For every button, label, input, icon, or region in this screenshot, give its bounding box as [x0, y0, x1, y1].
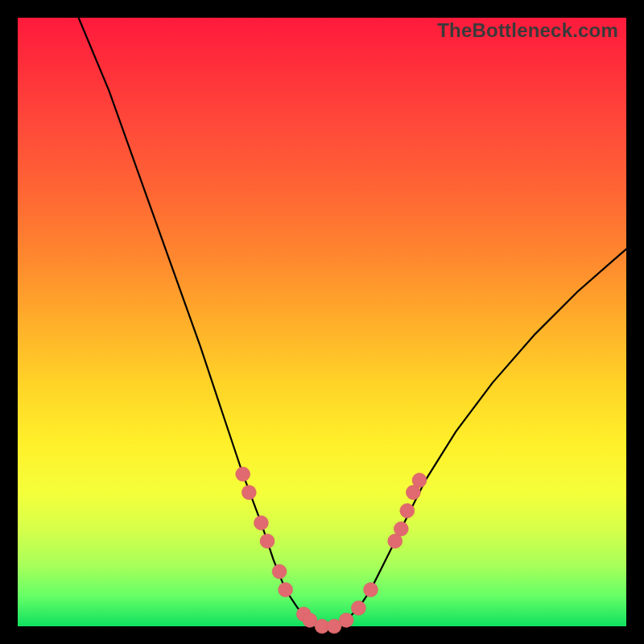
curve-marker — [242, 485, 256, 500]
chart-frame: TheBottleneck.com — [0, 0, 644, 644]
curve-marker — [279, 583, 293, 597]
curve-marker — [394, 522, 408, 536]
curve-marker — [254, 516, 268, 530]
curve-marker — [400, 503, 415, 518]
curve-marker — [339, 613, 353, 627]
plot-area: TheBottleneck.com — [18, 18, 626, 626]
curve-marker — [236, 467, 250, 481]
curve-marker — [351, 601, 365, 615]
curve-marker — [272, 564, 287, 579]
marker-group — [236, 467, 427, 634]
bottleneck-curve — [79, 18, 626, 626]
chart-svg — [18, 18, 626, 626]
curve-marker — [412, 473, 427, 488]
curve-marker — [364, 583, 378, 597]
curve-marker — [260, 534, 275, 548]
